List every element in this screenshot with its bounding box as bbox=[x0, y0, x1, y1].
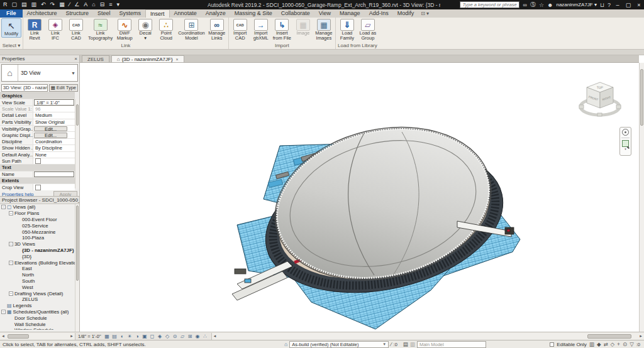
tree-floor-plans[interactable]: − Floor Plans bbox=[0, 210, 75, 217]
properties-scrollbar[interactable] bbox=[75, 99, 79, 188]
zoom-icon[interactable] bbox=[622, 140, 629, 147]
tree-expander[interactable]: − bbox=[1, 205, 6, 209]
property-row[interactable]: Visibility/Grap... Edit... bbox=[0, 126, 75, 132]
ribbon-tab[interactable]: Steel bbox=[93, 9, 115, 18]
tree-views-all[interactable]: − ▢ Views (all) bbox=[0, 204, 75, 210]
restore-button[interactable]: ▢ bbox=[625, 2, 632, 8]
manage-images-button[interactable]: ▦ Manage Images bbox=[314, 18, 334, 41]
tree-expander[interactable] bbox=[16, 279, 21, 283]
tree-expander[interactable] bbox=[1, 303, 6, 308]
property-row[interactable]: Graphic Displ... Edit... bbox=[0, 132, 75, 138]
browser-scrollbar[interactable] bbox=[75, 204, 79, 332]
aligned-dimension-icon[interactable]: ∠ bbox=[74, 2, 79, 8]
view-tab-active[interactable]: ⌂ {3D - nazaninmZA7JF} × bbox=[111, 55, 184, 62]
ribbon-tab[interactable]: Manage bbox=[335, 9, 365, 18]
ribbon-tab[interactable]: File bbox=[0, 9, 23, 18]
property-row[interactable]: Sun Path bbox=[0, 158, 75, 165]
tree-expander[interactable]: − bbox=[1, 310, 6, 314]
user-icon[interactable]: ☻ bbox=[547, 2, 553, 8]
show-crop-icon[interactable]: ◻ bbox=[149, 333, 156, 340]
links-status-icon[interactable]: ◆ bbox=[597, 341, 601, 347]
favorites-icon[interactable]: ☆ bbox=[539, 2, 544, 8]
tree-view-item[interactable]: 100-Plaza bbox=[0, 235, 75, 241]
ribbon-tab[interactable]: Annotate bbox=[170, 9, 201, 18]
customize-qat-icon[interactable]: ▾ bbox=[117, 2, 120, 8]
link-cad-button[interactable]: CAD Link CAD bbox=[66, 18, 86, 41]
tree-elevations[interactable]: − Elevations (Building Elevation bbox=[0, 259, 75, 266]
help-icon[interactable]: ? bbox=[608, 2, 611, 8]
load-as-group-button[interactable]: ▱ Load as Group bbox=[358, 18, 378, 41]
steering-wheel-icon[interactable] bbox=[622, 129, 629, 136]
ribbon-tab[interactable]: Structure bbox=[62, 9, 94, 18]
properties-help-link[interactable]: Properties help bbox=[2, 192, 33, 197]
tree-expander[interactable] bbox=[16, 236, 21, 240]
tree-view-item[interactable]: West bbox=[0, 284, 75, 290]
editable-only-checkbox[interactable] bbox=[550, 342, 554, 347]
ribbon-tab[interactable]: Collaborate bbox=[277, 9, 314, 18]
tree-expander[interactable] bbox=[16, 254, 21, 259]
relinquish-icon[interactable]: ⇄ bbox=[603, 341, 608, 347]
select-new-icon[interactable]: + bbox=[617, 341, 620, 347]
tree-expander[interactable]: − bbox=[9, 211, 13, 215]
tree-view-item-active[interactable]: {3D - nazaninmZA7JF} bbox=[0, 247, 75, 254]
subscription-icon[interactable]: Ⓢ bbox=[530, 1, 536, 9]
tree-schedule-item[interactable]: Wall Schedule bbox=[0, 321, 75, 327]
worksets-icon[interactable]: ⌂ bbox=[284, 341, 287, 347]
section-icon[interactable]: ⊟ bbox=[100, 2, 105, 8]
filter-icon[interactable]: ▽ bbox=[630, 341, 634, 347]
undo-icon[interactable]: ↶ bbox=[41, 2, 46, 8]
tree-view-item[interactable]: 025-Service bbox=[0, 222, 75, 229]
tree-expander[interactable] bbox=[16, 273, 21, 277]
crop-view-icon[interactable]: ▣ bbox=[142, 333, 148, 340]
modify-options-icon[interactable]: ⊡ ▾ bbox=[421, 9, 429, 18]
thin-lines-icon[interactable]: ≡ bbox=[109, 2, 112, 8]
canvas-horizontal-scrollbar[interactable]: ◂ ▸ bbox=[211, 333, 644, 340]
link-ifc-button[interactable]: ◈ Link IFC bbox=[45, 18, 65, 41]
tree-view-item[interactable]: 050-Mezzanine bbox=[0, 229, 75, 235]
property-row[interactable]: Detail Level Medium bbox=[0, 112, 75, 119]
rendering-icon[interactable]: ◑ bbox=[134, 333, 141, 340]
link-revit-button[interactable]: R Link Revit bbox=[25, 18, 45, 41]
constraints-icon[interactable]: ⊞ bbox=[187, 333, 194, 340]
manage-links-button[interactable]: ∞ Manage Links bbox=[207, 18, 227, 41]
redo-icon[interactable]: ↷ bbox=[50, 2, 55, 8]
import-gbxml-button[interactable]: → Import gbXML bbox=[251, 18, 271, 41]
link-topography-button[interactable]: ≈ Link Topography bbox=[87, 18, 114, 41]
tree-expander[interactable]: − bbox=[9, 291, 13, 296]
edit-type-button[interactable]: ▦ Edit Type bbox=[49, 84, 78, 92]
apply-button[interactable]: Apply bbox=[53, 191, 77, 196]
app-store-icon[interactable]: ⊔ bbox=[600, 2, 604, 8]
shadows-icon[interactable]: ☀ bbox=[126, 333, 133, 340]
view-properties-icon[interactable]: ▱ bbox=[179, 333, 186, 340]
detail-level-icon[interactable]: ▦ bbox=[104, 333, 111, 340]
editable-elements-icon[interactable]: ∕ bbox=[391, 341, 391, 347]
tree-expander[interactable] bbox=[16, 266, 21, 271]
tree-view-item[interactable]: North bbox=[0, 272, 75, 278]
load-family-button[interactable]: ⇓ Load Family bbox=[337, 18, 357, 41]
close-tab-icon[interactable]: × bbox=[176, 57, 179, 62]
property-row[interactable]: Parts Visibility Show Original bbox=[0, 119, 75, 126]
editing-requests-icon[interactable]: ◇ bbox=[611, 341, 615, 347]
tree-drafting-views[interactable]: − Drafting Views (Detail) bbox=[0, 290, 75, 296]
tree-expander[interactable]: − bbox=[9, 242, 13, 246]
ribbon-tab[interactable]: View bbox=[314, 9, 335, 18]
view-filter-select[interactable]: 3D View: {3D - nazan ▼ bbox=[1, 84, 48, 92]
visual-style-icon[interactable]: ▤ bbox=[111, 333, 118, 340]
background-process-icon[interactable]: ⊙ bbox=[623, 341, 627, 347]
design-options-icon[interactable]: ▤ bbox=[403, 341, 408, 347]
tree-expander[interactable] bbox=[16, 297, 21, 302]
measure-icon[interactable]: ∕ bbox=[69, 2, 70, 8]
tree-schedule-item[interactable]: Door Schedule bbox=[0, 315, 75, 321]
modify-button[interactable]: ↖ Modify bbox=[1, 18, 21, 38]
tree-view-item[interactable]: East bbox=[0, 266, 75, 272]
property-row[interactable]: Name bbox=[0, 171, 75, 178]
view-scale-button[interactable]: 1/8" = 1'-0" bbox=[78, 334, 101, 339]
ribbon-tab[interactable]: Insert bbox=[145, 9, 170, 18]
tree-view-item[interactable]: 000-Event Floor bbox=[0, 217, 75, 223]
signed-in-user[interactable]: nazaninmZA7JF ▾ bbox=[556, 2, 596, 8]
tree-expander[interactable] bbox=[16, 285, 21, 290]
new-icon[interactable]: ▢ bbox=[12, 2, 18, 8]
ribbon-tab[interactable]: Modify bbox=[393, 9, 419, 18]
text-icon[interactable]: A bbox=[84, 2, 87, 8]
image-button[interactable]: ▦ Image bbox=[293, 18, 313, 36]
